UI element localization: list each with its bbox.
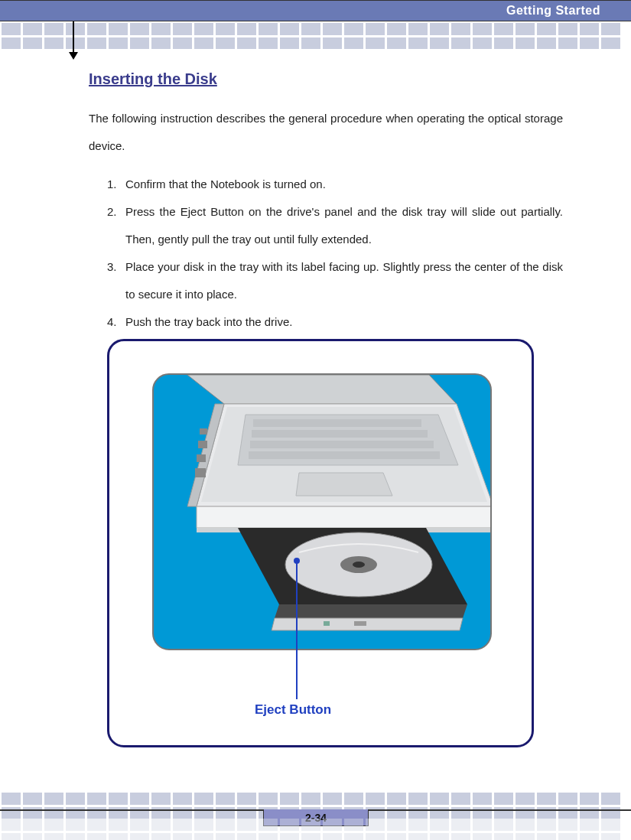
figure-callout-label: Eject Button — [255, 702, 331, 718]
figure-container: Eject Button — [107, 339, 534, 747]
list-item: Place your disk in the tray with its lab… — [107, 253, 563, 308]
svg-rect-9 — [249, 451, 440, 459]
callout-line — [296, 560, 298, 699]
svg-rect-7 — [252, 430, 428, 438]
instruction-list: Confirm that the Notebook is turned on. … — [89, 171, 563, 336]
intro-paragraph: The following instruction describes the … — [89, 105, 563, 160]
page-header: Getting Started — [0, 0, 631, 21]
svg-marker-2 — [187, 375, 457, 404]
content-column: Inserting the Disk The following instruc… — [89, 70, 563, 336]
list-item: Press the Eject Button on the drive's pa… — [107, 198, 563, 253]
svg-marker-1 — [69, 52, 78, 60]
svg-marker-12 — [197, 506, 492, 528]
svg-point-20 — [353, 562, 365, 568]
svg-rect-6 — [253, 419, 421, 427]
svg-rect-22 — [354, 621, 366, 626]
svg-rect-24 — [198, 441, 207, 448]
list-item: Push the tray back into the drive. — [107, 308, 563, 336]
laptop-illustration — [152, 373, 492, 650]
svg-marker-16 — [272, 618, 463, 630]
svg-rect-8 — [250, 441, 434, 448]
arrow-down-icon — [67, 21, 80, 60]
svg-rect-26 — [195, 468, 206, 477]
svg-rect-23 — [200, 428, 207, 435]
svg-marker-15 — [275, 604, 467, 618]
svg-marker-10 — [296, 473, 392, 496]
list-item: Confirm that the Notebook is turned on. — [107, 171, 563, 198]
decor-squares-top-dark — [0, 23, 631, 49]
svg-rect-25 — [197, 454, 206, 462]
decor-squares-bottom-dark — [0, 819, 631, 840]
header-title: Getting Started — [506, 4, 600, 18]
section-title: Inserting the Disk — [89, 70, 563, 88]
svg-rect-21 — [324, 621, 330, 626]
